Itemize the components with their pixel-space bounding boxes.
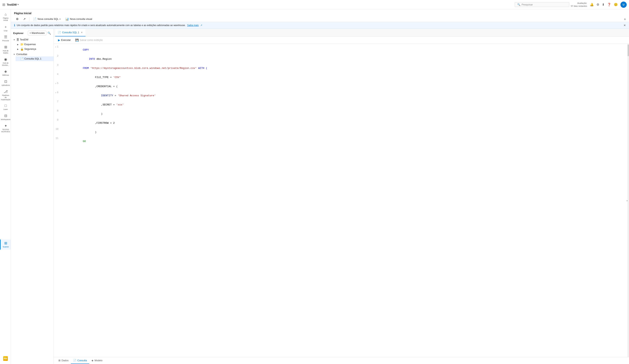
tree-node-testdw[interactable]: ▼ 🗄 TestDW [11, 37, 53, 42]
bottom-tab-data[interactable]: ⊞ Dados [56, 357, 71, 364]
data-tab-icon: ⊞ [58, 359, 61, 362]
explorer-search-icon[interactable]: 🔍 [47, 31, 51, 35]
code-line-1: ∨ 1 COPY [54, 45, 629, 54]
expand-icon-testdw: ▼ [13, 39, 15, 41]
explorer-actions: + Warehouses 🔍 [28, 31, 51, 35]
avatar[interactable]: U [621, 1, 627, 8]
line-num-7: 7 [54, 100, 61, 103]
new-visual-query-button[interactable]: 📊 Nova consulta visual [63, 16, 94, 22]
body-split: Explorer + Warehouses 🔍 ▼ 🗄 TestDW [11, 29, 629, 364]
sidebar-item-home[interactable]: ⌂ Página Inicial [0, 11, 11, 23]
sidebar-item-tests[interactable]: ✦ TESTES INCRÍVEIS [0, 122, 11, 134]
model-tab-icon: ◈ [92, 359, 93, 362]
line-content-9: ,FIRSTROW = 2 [61, 119, 629, 127]
line-num-3: 3 [54, 64, 61, 67]
learn-icon: □ [5, 104, 7, 108]
download-icon[interactable]: ⬇ [602, 3, 605, 6]
tree-node-seguranca[interactable]: ▶ 🔒 Segurança [15, 47, 53, 51]
page-header: Página Inicial ⚙ ↗ 📄 Nova consulta SQL ▾… [11, 9, 629, 22]
sidebar-item-create[interactable]: ＋ Criar [0, 23, 11, 33]
tab-consulta-sql-1[interactable]: 📄 Consulta SQL 1 ✕ [55, 29, 85, 36]
tab-query-icon: 📄 [58, 31, 61, 34]
left-nav: ⌂ Página Inicial ＋ Criar ☰ Procurar ⊞ Hu… [0, 9, 11, 364]
workspace-title[interactable]: TestDW ▾ [7, 3, 19, 6]
line-num-2: 2 [54, 55, 61, 57]
banner-close-button[interactable]: ✕ [624, 24, 626, 27]
sidebar-item-metrics[interactable]: ◈ Métricas [0, 68, 11, 78]
tab-close-button[interactable]: ✕ [80, 31, 83, 34]
sidebar-item-pipelines[interactable]: ⎇ Pipelines de implantação [0, 88, 11, 102]
expand-icon-esquemas: ▶ [17, 43, 19, 45]
pipelines-icon: ⎇ [4, 90, 8, 94]
sidebar-item-monitor[interactable]: ◉ Hub de Monitor... [0, 56, 11, 68]
code-line-3: 3 FROM 'https://mystorageaccountxxx.blob… [54, 64, 629, 73]
settings-icon[interactable]: ⚙ [597, 3, 599, 6]
line-content-5: ,CREDENTIAL = ( [61, 82, 629, 91]
learn-more-icon: ↗ [200, 24, 202, 27]
explorer-title: Explorer [13, 32, 23, 35]
line-toggle-6[interactable]: ∨ [55, 92, 56, 94]
help-icon[interactable]: ❓ [607, 3, 611, 6]
security-icon: 🔒 [20, 47, 23, 51]
run-icon: ▶ [58, 38, 60, 42]
sidebar-item-learn[interactable]: □ Learn [0, 102, 11, 112]
tree-node-consulta-sql-1[interactable]: 📄 Consulta SQL 1 [15, 56, 53, 61]
line-num-5: ∨ 5 [54, 82, 61, 85]
sidebar-item-testdw[interactable]: ⊞ TestDW [0, 240, 11, 249]
code-line-9: 9 ,FIRSTROW = 2 [54, 119, 629, 128]
testdw-icon: ⊞ [4, 241, 7, 245]
apps-grid-icon[interactable]: ⊞ [2, 2, 5, 7]
tab-bar: 📄 Consulta SQL 1 ✕ [54, 29, 629, 37]
code-editor[interactable]: ∨ 1 COPY 2 INTO dbo.Region [54, 44, 629, 357]
tree-node-consultas[interactable]: ▼ Consultas [11, 52, 53, 56]
sidebar-item-apps[interactable]: ⊡ Aplicativos [0, 78, 11, 88]
sidebar-item-workspaces[interactable]: ⊟ Workspaces [0, 112, 11, 122]
tree-node-esquemas[interactable]: ▶ 📁 Esquemas [15, 42, 53, 47]
workspaces-icon: ⊟ [4, 114, 7, 118]
topbar-left: ⊞ TestDW ▾ [2, 2, 513, 7]
line-toggle-5[interactable]: ∨ [55, 83, 56, 85]
add-warehouse-button[interactable]: + Warehouses [28, 31, 46, 35]
bottom-tabs: ⊞ Dados 📄 Consulta ◈ Modelo [54, 357, 629, 364]
breadcrumb: Página Inicial [14, 11, 626, 16]
tree-children: ▶ 📁 Esquemas ▶ 🔒 Segurança [11, 42, 53, 51]
sidebar-item-data-hub[interactable]: ⊞ Hub de Dados [0, 43, 11, 56]
main-layout: ⌂ Página Inicial ＋ Criar ☰ Procurar ⊞ Hu… [0, 9, 629, 364]
tests-icon: ✦ [4, 124, 7, 128]
line-content-3: FROM 'https://mystorageaccountxxx.blob.c… [61, 64, 629, 73]
scrollbar-track[interactable] [628, 44, 629, 357]
create-icon: ＋ [4, 24, 7, 29]
new-sql-query-button[interactable]: 📄 Nova consulta SQL ▾ [31, 16, 62, 22]
line-toggle-1[interactable]: ∨ [55, 46, 56, 48]
toolbar: ⚙ ↗ 📄 Nova consulta SQL ▾ 📊 Nova consult… [14, 16, 626, 22]
data-hub-icon: ⊞ [4, 45, 7, 49]
bottom-tab-query[interactable]: 📄 Consulta [71, 357, 89, 364]
query-icon: 📄 [20, 57, 23, 60]
code-line-6: ∨ 6 IDENTITY = 'Shared Access Signature' [54, 91, 629, 100]
dropdown-arrow-icon: ▾ [60, 18, 61, 20]
home-icon: ⌂ [5, 12, 7, 16]
learn-more-link[interactable]: Saiba mais [187, 24, 199, 27]
export-button[interactable]: ↗ [21, 16, 28, 22]
bottom-tab-model[interactable]: ◈ Modelo [89, 357, 105, 364]
line-content-1: COPY [61, 45, 629, 54]
line-content-10: ) [61, 128, 629, 136]
line-num-10: 10 [54, 128, 61, 130]
expand-icon-seguranca: ▶ [17, 48, 19, 50]
feedback-icon[interactable]: 🙂 [614, 3, 618, 6]
search-box[interactable]: 🔍 Pesquisar [515, 2, 569, 7]
code-line-2: 2 INTO dbo.Region [54, 54, 629, 64]
notifications-icon[interactable]: 🔔 [590, 3, 594, 6]
sidebar-item-browse[interactable]: ☰ Procurar [0, 33, 11, 43]
info-text: Um conjunto de dados padrão para relatór… [17, 24, 185, 27]
settings-button[interactable]: ⚙ [14, 16, 20, 22]
save-as-view-button[interactable]: 💾 Salvar como exibição [73, 38, 105, 42]
apps-icon: ⊡ [4, 79, 7, 84]
code-line-10: 10 ) [54, 128, 629, 137]
run-button[interactable]: ▶ Executar [56, 38, 73, 42]
collapse-icon[interactable]: ∧ [624, 17, 626, 21]
line-num-4: 4 [54, 73, 61, 76]
scrollbar-thumb[interactable] [628, 45, 629, 56]
line-num-9: 9 [54, 119, 61, 121]
info-banner: ℹ Um conjunto de dados padrão para relat… [11, 22, 629, 29]
